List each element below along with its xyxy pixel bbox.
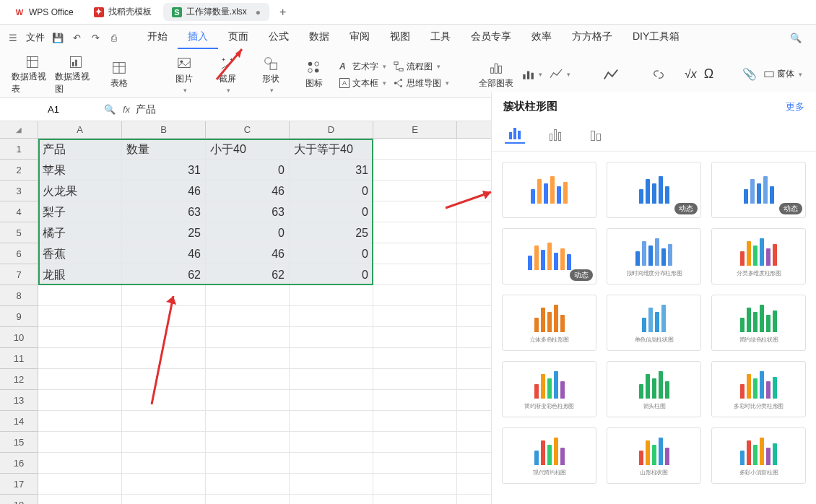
close-icon[interactable]: ● (256, 7, 261, 17)
cell[interactable] (290, 453, 373, 474)
chart-thumbnail[interactable]: 简约渐变彩色柱形图 (502, 361, 596, 417)
cell[interactable] (38, 474, 122, 495)
cell[interactable] (206, 411, 290, 432)
cell[interactable] (122, 432, 206, 453)
cell[interactable] (373, 411, 457, 432)
cell[interactable] (373, 432, 457, 453)
chart-thumbnail[interactable]: 箭头柱图 (607, 361, 701, 417)
formula-value[interactable]: 产品 (136, 103, 156, 116)
cell[interactable]: 46 (206, 243, 290, 264)
cell[interactable] (290, 495, 373, 504)
tab-efficiency[interactable]: 效率 (521, 26, 562, 49)
search-icon-small[interactable]: 🔍 (104, 104, 116, 115)
tab-tools[interactable]: 工具 (420, 26, 461, 49)
tab-review[interactable]: 审阅 (339, 26, 380, 49)
cell[interactable] (38, 390, 122, 411)
cell[interactable] (38, 411, 122, 432)
line-chart-dropdown[interactable]: ▾ (547, 66, 573, 82)
cell[interactable] (290, 369, 373, 390)
cell[interactable] (206, 474, 290, 495)
chart-type-wide[interactable] (586, 123, 606, 144)
cell[interactable]: 31 (122, 160, 206, 181)
chart-thumbnail[interactable]: 现代简约柱图 (502, 427, 596, 484)
cell[interactable] (206, 285, 290, 306)
row-header[interactable]: 8 (0, 285, 38, 306)
chart-thumbnail[interactable]: 简约绿色柱状图 (711, 295, 806, 351)
tab-diy[interactable]: DIY工具箱 (622, 26, 690, 49)
cell[interactable]: 46 (122, 181, 206, 201)
form-control-button[interactable]: 窗体▾ (761, 66, 805, 82)
row-header[interactable]: 3 (0, 181, 38, 201)
picture-button[interactable]: 图片▾ (163, 55, 205, 95)
table-button[interactable]: 表格 (98, 55, 140, 95)
cell[interactable]: 苹果 (38, 160, 122, 181)
tab-member[interactable]: 会员专享 (461, 26, 521, 49)
cell[interactable] (206, 390, 290, 411)
pivot-table-button[interactable]: 数据透视表 (12, 55, 53, 95)
hamburger-icon[interactable]: ☰ (7, 32, 19, 43)
cell[interactable] (373, 139, 457, 160)
cell[interactable] (373, 243, 457, 264)
cell[interactable]: 梨子 (38, 201, 122, 222)
cell[interactable] (122, 285, 206, 306)
cell[interactable] (38, 327, 122, 348)
cell[interactable]: 25 (290, 222, 373, 243)
cell[interactable] (373, 348, 457, 369)
new-tab-button[interactable]: + (272, 3, 293, 22)
cell[interactable] (38, 285, 122, 306)
sparkline-button[interactable] (596, 55, 625, 95)
cell[interactable] (373, 369, 457, 390)
cell[interactable]: 63 (206, 201, 290, 222)
icons-button[interactable]: 图标 (293, 55, 335, 95)
column-header[interactable]: C (206, 121, 290, 139)
tab-fangfanggezi[interactable]: 方方格子 (562, 26, 622, 49)
chart-thumbnail[interactable]: 立体多色柱形图 (502, 295, 596, 351)
search-icon[interactable]: 🔍 (790, 32, 802, 43)
cell[interactable]: 小于40 (206, 139, 290, 160)
save-icon[interactable]: 💾 (52, 32, 64, 43)
cell[interactable] (38, 453, 122, 474)
cell[interactable] (122, 495, 206, 504)
row-header[interactable]: 9 (0, 306, 38, 327)
cell[interactable] (290, 327, 373, 348)
cell[interactable]: 62 (206, 264, 290, 285)
cell[interactable] (122, 348, 206, 369)
cell[interactable]: 大于等于40 (290, 139, 373, 160)
cell[interactable] (38, 348, 122, 369)
cell[interactable]: 46 (206, 181, 290, 201)
undo-icon[interactable]: ↶ (71, 32, 82, 43)
chart-thumbnail[interactable]: 动态 (502, 228, 596, 284)
screenshot-button[interactable]: 截屏▾ (207, 55, 248, 95)
cell[interactable] (206, 495, 290, 504)
file-menu[interactable]: 文件 (26, 31, 45, 44)
row-header[interactable]: 13 (0, 390, 38, 411)
textbox-button[interactable]: A 文本框▾ (337, 76, 389, 91)
chart-thumbnail[interactable]: 多彩小清新柱图 (711, 427, 806, 484)
cell[interactable] (206, 306, 290, 327)
tab-formula[interactable]: 公式 (259, 26, 299, 49)
app-tab-wps[interactable]: W WPS Office (6, 4, 82, 20)
cell[interactable] (373, 160, 457, 181)
cell[interactable]: 0 (206, 160, 290, 181)
column-header[interactable]: B (122, 121, 206, 139)
cell[interactable] (122, 306, 206, 327)
cell[interactable] (122, 411, 206, 432)
cell-reference-input[interactable] (10, 102, 97, 117)
cell[interactable]: 0 (206, 222, 290, 243)
row-header[interactable]: 12 (0, 369, 38, 390)
tab-view[interactable]: 视图 (380, 26, 420, 49)
cell[interactable]: 橘子 (38, 222, 122, 243)
chart-thumbnail[interactable]: 动态 (711, 162, 806, 218)
cell[interactable] (373, 390, 457, 411)
cell[interactable] (122, 390, 206, 411)
select-all-corner[interactable]: ◢ (0, 121, 38, 139)
cell[interactable] (206, 369, 290, 390)
cell[interactable]: 0 (290, 264, 373, 285)
cell[interactable]: 龙眼 (38, 264, 122, 285)
chart-thumbnail[interactable] (502, 162, 596, 218)
row-header[interactable]: 2 (0, 160, 38, 181)
chart-thumbnail[interactable]: 动态 (607, 162, 701, 218)
column-header[interactable]: E (373, 121, 457, 139)
chart-thumbnail[interactable]: 按时间维度分布柱形图 (607, 228, 701, 284)
fx-icon[interactable]: fx (123, 104, 130, 115)
